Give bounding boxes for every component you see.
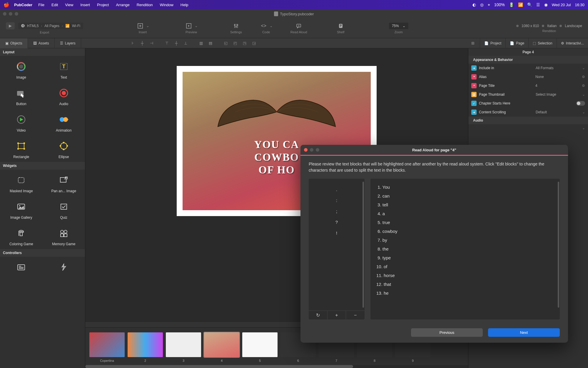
control-center-icon[interactable]: ☰ (536, 2, 540, 7)
align-center-h-icon[interactable]: ┼ (138, 40, 146, 47)
battery-icon[interactable]: 🔋 (509, 2, 514, 7)
widget-coloring-game[interactable]: Coloring Game (0, 223, 43, 249)
widget-image-gallery[interactable]: Image Gallery (0, 196, 43, 223)
menu-arrange[interactable]: Arrange (116, 3, 129, 7)
tab-project[interactable]: 📄Project (480, 38, 505, 48)
widget-pan-image[interactable]: +Pan an... Image (43, 170, 85, 196)
rendition-lang[interactable]: Italian (547, 24, 557, 28)
chapter-toggle[interactable] (576, 101, 585, 106)
remove-button[interactable]: − (346, 311, 365, 319)
chevron-down-icon[interactable]: ⌄ (270, 24, 273, 28)
spotlight-icon[interactable]: 🔍 (527, 2, 532, 7)
window-traffic-lights[interactable] (3, 12, 18, 16)
reset-button[interactable]: ↻ (309, 311, 328, 319)
menu-file[interactable]: File (38, 3, 44, 7)
tab-assets[interactable]: 🖼Assets (28, 38, 55, 48)
play-button[interactable]: ▶ (6, 22, 15, 29)
arrange-forward-icon[interactable]: ◰ (231, 40, 239, 47)
arrange-front-icon[interactable]: ◱ (222, 40, 230, 47)
insert-icon[interactable] (136, 23, 144, 29)
menu-help[interactable]: Help (181, 3, 188, 7)
prop-page-title[interactable]: ❝ Page Title 4 ⚙ (468, 81, 588, 90)
blocks-panel[interactable]: 1. You 2. can 3. tell 4. a 5. true 6. co… (370, 179, 560, 319)
tab-interactivity[interactable]: ⚙Interactivi... (557, 38, 588, 48)
menu-edit[interactable]: Edit (51, 3, 58, 7)
gear-icon[interactable]: ⚙ (582, 84, 585, 88)
distribute-v-icon[interactable]: ▤ (206, 40, 215, 47)
settings-icon[interactable] (232, 23, 240, 29)
rendition-size[interactable]: 1080 x 810 (522, 24, 539, 28)
object-ellipse[interactable]: Ellipse (43, 135, 85, 162)
preview-icon[interactable] (185, 23, 193, 29)
delimiter-item[interactable]: ; (309, 206, 365, 217)
bluetooth-icon[interactable]: ⌖ (488, 2, 490, 7)
align-top-icon[interactable]: ⊤ (163, 40, 171, 47)
zoom-selector[interactable]: 75% ⌄ (389, 23, 408, 29)
siri-icon[interactable]: ◉ (544, 2, 548, 7)
delimiter-item[interactable]: . (309, 184, 365, 195)
align-left-icon[interactable]: ⊦ (129, 40, 137, 47)
thumb-5[interactable]: 5 (242, 332, 278, 362)
controller-1[interactable] (0, 257, 43, 276)
delimiter-item[interactable]: : (309, 195, 365, 206)
status-icon-1[interactable]: ◐ (472, 2, 476, 7)
chevron-down-icon[interactable]: ⌄ (195, 24, 198, 28)
close-button[interactable] (304, 148, 308, 152)
grid-view-icon[interactable]: ⊞ (469, 40, 477, 47)
horizontal-scrollbar[interactable] (85, 365, 468, 368)
menu-window[interactable]: Window (160, 3, 173, 7)
align-right-icon[interactable]: ⊣ (148, 40, 156, 47)
prop-alias[interactable]: ❝ Alias None ⚙ (468, 72, 588, 81)
add-button[interactable]: + (328, 311, 346, 319)
tab-objects[interactable]: ▣Objects (0, 38, 28, 48)
prop-include-in[interactable]: ➜ Include in All Formats ⌄ (468, 64, 588, 72)
object-animation[interactable]: Animation (43, 109, 85, 135)
previous-button[interactable]: Previous (411, 328, 483, 337)
gear-icon[interactable]: ⚙ (582, 75, 585, 79)
tab-page[interactable]: 📄Page (505, 38, 528, 48)
status-icon-2[interactable]: ◎ (480, 2, 484, 7)
chevron-down-icon[interactable]: ⌄ (146, 24, 149, 28)
delimiter-item[interactable]: ? (309, 217, 365, 228)
tab-layers[interactable]: ☰Layers (55, 38, 81, 48)
controller-2[interactable] (43, 257, 85, 276)
thumb-copertina[interactable]: Copertina (89, 332, 125, 362)
object-audio[interactable]: Audio (43, 82, 85, 109)
prop-content-scrolling[interactable]: ➜ Content Scrolling Default ⌄ (468, 108, 588, 117)
object-button[interactable]: Button (0, 82, 43, 109)
menubar-date[interactable]: Wed 20 Jul (552, 3, 571, 7)
delimiter-item[interactable]: ! (309, 228, 365, 238)
thumb-4[interactable]: 4 (204, 332, 239, 362)
rendition-orient[interactable]: Landscape (565, 24, 582, 28)
object-image[interactable]: Image (0, 56, 43, 82)
widget-memory-game[interactable]: Memory Game (43, 223, 85, 249)
thumb-3[interactable]: 3 (166, 332, 201, 362)
menubar-time[interactable]: 16:30 (575, 3, 584, 7)
object-rectangle[interactable]: Rectangle (0, 135, 43, 162)
app-name[interactable]: PubCoder (14, 3, 32, 7)
prop-chapter-starts[interactable]: ✓ Chapter Starts Here (468, 99, 588, 108)
menu-insert[interactable]: Insert (80, 3, 90, 7)
align-center-v-icon[interactable]: ┼ (172, 40, 181, 47)
thumb-2[interactable]: 2 (128, 332, 163, 362)
object-video[interactable]: Video (0, 109, 43, 135)
read-aloud-icon[interactable] (295, 23, 303, 29)
menu-project[interactable]: Project (97, 3, 109, 7)
code-icon[interactable]: <> (260, 23, 268, 29)
prop-page-thumbnail[interactable]: 🖼 Page Thumbnail Select Image ⌄ (468, 90, 588, 99)
object-text[interactable]: TText (43, 56, 85, 82)
distribute-h-icon[interactable]: ▥ (197, 40, 205, 47)
apple-menu-icon[interactable]: 🍎 (4, 2, 9, 8)
prop-audio-expand[interactable]: ⌄ (468, 124, 588, 132)
widget-quiz[interactable]: Quiz (43, 196, 85, 223)
next-button[interactable]: Next (488, 328, 560, 337)
arrange-back-icon[interactable]: ◲ (250, 40, 258, 47)
align-bottom-icon[interactable]: ⊥ (182, 40, 190, 47)
widget-masked-image[interactable]: Masked Image (0, 170, 43, 196)
context-breadcrumb[interactable]: 🅗 HTML5 › All Pages › 📶 Wi-Fi (18, 23, 83, 29)
tab-selection[interactable]: ⬚Selection (528, 38, 556, 48)
arrange-backward-icon[interactable]: ◳ (240, 40, 249, 47)
shelf-icon[interactable]: P (337, 23, 345, 29)
menu-view[interactable]: View (65, 3, 73, 7)
menu-rendition[interactable]: Rendition (137, 3, 153, 7)
